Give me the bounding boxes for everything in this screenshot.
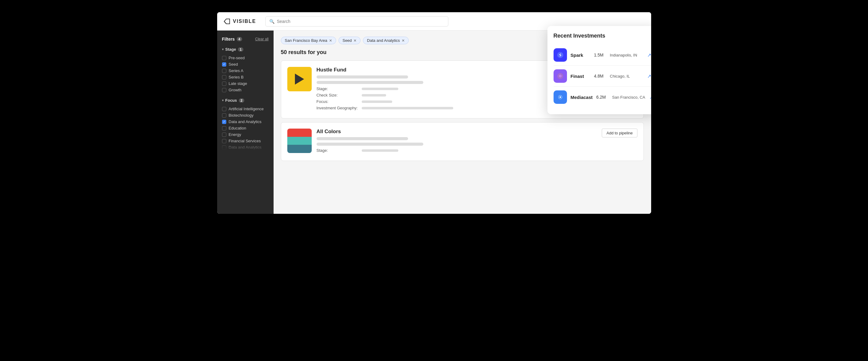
filter-option-biotech[interactable]: Biotechnology [222, 112, 269, 118]
education-checkbox[interactable] [222, 126, 226, 131]
filter-tag-sfba: San Francisco Bay Area ✕ [281, 37, 336, 44]
seed-checkbox[interactable] [222, 62, 226, 66]
focus-label: Focus [225, 98, 237, 103]
investment-item-finast: Finast 4.8M Chicago, IL ↗ [554, 66, 651, 87]
series-b-checkbox[interactable] [222, 75, 226, 79]
growth-checkbox[interactable] [222, 88, 226, 92]
filter-option-preseed[interactable]: Pre-seed [222, 55, 269, 61]
mediacast-icon [556, 93, 564, 102]
growth-label: Growth [229, 88, 242, 92]
focus-badge: 2 [239, 98, 244, 103]
chevron-down-icon: ▾ [222, 48, 223, 51]
hustle-geo-label: Investment Geography: [317, 106, 359, 110]
data2-label: Data and Analytics [229, 145, 262, 150]
all-colors-stage-label: Stage: [317, 148, 359, 153]
stage-filter-section: ▾ Stage 1 Pre-seed Seed Series A [222, 47, 269, 93]
recent-investments-popup: Recent Investments Spark 1.5M Indianapol… [548, 26, 651, 114]
filter-option-financial[interactable]: Financial Services [222, 138, 269, 144]
hustle-fund-logo [287, 67, 312, 91]
spark-location: Indianapolis, IN [610, 53, 644, 57]
mediacast-external-link-icon[interactable]: ↗ [649, 94, 651, 100]
finast-icon [556, 72, 564, 80]
all-colors-name: All Colors [317, 129, 638, 135]
svg-marker-0 [224, 19, 230, 24]
all-colors-stage-value [362, 149, 398, 152]
all-colors-stage-row: Stage: [317, 148, 638, 153]
focus-scroll-area: Artificial Intelligence Biotechnology Da… [222, 106, 269, 150]
spark-external-link-icon[interactable]: ↗ [647, 52, 651, 58]
sfba-tag-remove[interactable]: ✕ [329, 39, 332, 43]
clear-all-button[interactable]: Clear all [255, 37, 269, 41]
stage-label: Stage [225, 47, 236, 52]
body-layout: Filters 4 Clear all ▾ Stage 1 Pre-seed [217, 31, 651, 214]
main-window: VISIBLE 🔍 Filters 4 Clear all [217, 12, 651, 214]
preseed-checkbox[interactable] [222, 56, 226, 60]
logo-icon [223, 18, 230, 25]
main-content: San Francisco Bay Area ✕ Seed ✕ Data and… [274, 31, 651, 214]
filter-option-ai[interactable]: Artificial Intelligence [222, 106, 269, 112]
search-input[interactable] [277, 19, 444, 24]
filter-option-education[interactable]: Education [222, 125, 269, 131]
filter-option-data2[interactable]: Data and Analytics [222, 144, 269, 150]
stage-section-header[interactable]: ▾ Stage 1 [222, 47, 269, 52]
spark-name: Spark [570, 53, 590, 58]
logo-text: VISIBLE [233, 19, 256, 24]
stage-badge: 1 [238, 47, 243, 52]
all-colors-logo [287, 129, 312, 153]
ai-label: Artificial Intelligence [229, 107, 264, 111]
finast-external-link-icon[interactable]: ↗ [647, 73, 651, 79]
add-to-pipeline-button[interactable]: Add to pipeline [602, 129, 637, 137]
investment-item-spark: Spark 1.5M Indianapolis, IN ↗ [554, 45, 651, 66]
svg-point-3 [559, 75, 562, 78]
series-b-label: Series B [229, 75, 244, 79]
hustle-focus-value [362, 101, 392, 103]
data-checkbox[interactable] [222, 120, 226, 124]
filter-option-data[interactable]: Data and Analytics [222, 118, 269, 125]
late-stage-checkbox[interactable] [222, 82, 226, 86]
mediacast-location: San Francisco, CA [612, 95, 646, 100]
finast-location: Chicago, IL [610, 74, 644, 79]
mediacast-amount: 6.2M [596, 95, 609, 100]
filter-option-seed[interactable]: Seed [222, 61, 269, 67]
seed-tag-remove[interactable]: ✕ [353, 39, 356, 43]
finast-name: Finast [570, 74, 590, 79]
filter-option-series-b[interactable]: Series B [222, 74, 269, 80]
hustle-checksize-label: Check Size: [317, 93, 359, 98]
energy-label: Energy [229, 132, 241, 137]
ai-checkbox[interactable] [222, 107, 226, 111]
filter-option-late-stage[interactable]: Late stage [222, 80, 269, 87]
hustle-fund-desc2 [317, 81, 423, 84]
energy-checkbox[interactable] [222, 133, 226, 137]
app-container: VISIBLE 🔍 Filters 4 Clear all [0, 0, 868, 361]
popup-title: Recent Investments [554, 33, 651, 39]
mediacast-logo [554, 90, 567, 104]
education-label: Education [229, 126, 246, 131]
focus-filter-section: ▾ Focus 2 Artificial Intelligence Biotec… [222, 98, 269, 150]
filter-option-series-a[interactable]: Series A [222, 67, 269, 74]
logo: VISIBLE [223, 18, 256, 25]
all-colors-desc2 [317, 143, 423, 146]
svg-point-1 [557, 52, 563, 58]
investment-item-mediacast: Mediacast 6.2M San Francisco, CA ↗ [554, 87, 651, 108]
biotech-checkbox[interactable] [222, 113, 226, 118]
all-colors-meta: Stage: [317, 148, 638, 153]
filters-label: Filters [222, 37, 235, 41]
filter-option-growth[interactable]: Growth [222, 87, 269, 93]
stripe3 [287, 145, 312, 153]
focus-section-header[interactable]: ▾ Focus 2 [222, 98, 269, 103]
stripe2 [287, 137, 312, 145]
preseed-label: Pre-seed [229, 56, 245, 60]
spark-logo [554, 48, 567, 62]
stripe1 [287, 129, 312, 137]
data-tag-remove[interactable]: ✕ [402, 39, 405, 43]
data2-checkbox[interactable] [222, 145, 226, 150]
series-a-checkbox[interactable] [222, 69, 226, 73]
search-bar[interactable]: 🔍 [265, 16, 448, 27]
late-stage-label: Late stage [229, 81, 247, 86]
hustle-stage-value [362, 88, 398, 90]
all-colors-logo-container [287, 129, 312, 153]
filters-badge: 4 [237, 37, 242, 41]
filter-tag-seed: Seed ✕ [339, 37, 361, 44]
financial-checkbox[interactable] [222, 139, 226, 143]
filter-option-energy[interactable]: Energy [222, 131, 269, 138]
